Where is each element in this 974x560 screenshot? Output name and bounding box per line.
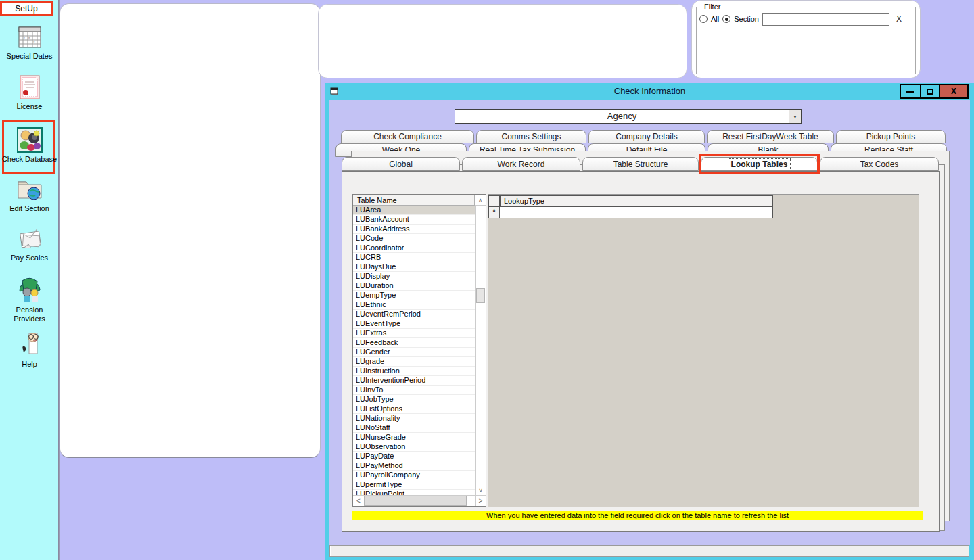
sidebar-item-license[interactable]: License	[0, 74, 59, 111]
list-item[interactable]: LUgrade	[353, 357, 475, 367]
list-item[interactable]: LUeventRemPeriod	[353, 310, 475, 319]
maximize-icon	[927, 89, 933, 95]
horizontal-scroll-thumb[interactable]	[364, 496, 467, 506]
list-item[interactable]: LUBankAddress	[353, 225, 475, 234]
sidebar-item-special-dates[interactable]: 789 Special Dates	[0, 24, 59, 61]
calendar-icon: 789	[0, 24, 59, 50]
list-item[interactable]: LUInterventionPeriod	[353, 376, 475, 386]
list-item[interactable]: LUBankAccount	[353, 215, 475, 225]
lookuptype-cell[interactable]	[500, 206, 773, 218]
list-item[interactable]: LUEventType	[353, 319, 475, 329]
sidebar-item-help[interactable]: Help	[0, 331, 59, 369]
list-item[interactable]: LUPayDate	[353, 452, 475, 461]
minimize-button[interactable]	[901, 85, 920, 97]
list-item[interactable]: LUInvTo	[353, 386, 475, 395]
scroll-up-icon[interactable]: ∧	[475, 195, 486, 206]
sidebar-item-label: Help	[0, 360, 59, 369]
list-item[interactable]: LUempType	[353, 291, 475, 300]
agency-dropdown-value: Agency	[455, 110, 789, 123]
list-item[interactable]: LUFeedback	[353, 338, 475, 348]
list-item[interactable]: LUExtras	[353, 329, 475, 338]
sidebar-setup-label[interactable]: SetUp	[0, 1, 53, 16]
lookup-tables-page: Table Name ∧ LUAreaLUBankAccountLUBankAd…	[342, 171, 940, 532]
list-item[interactable]: LUNurseGrade	[353, 433, 475, 442]
filter-clear-button[interactable]: X	[893, 13, 905, 26]
table-name-column-header[interactable]: Table Name	[353, 195, 475, 206]
sidebar-item-label: Pension Providers	[0, 306, 59, 323]
sidebar-item-pay-scales[interactable]: Pay Scales	[0, 227, 59, 262]
window-status-bar	[329, 545, 969, 557]
list-item[interactable]: LUListOptions	[353, 404, 475, 414]
scroll-down-icon[interactable]: ∨	[476, 485, 486, 495]
vertical-scrollbar[interactable]: ∨	[475, 206, 486, 495]
new-record-marker: *	[488, 206, 500, 218]
tab-table-structure[interactable]: Table Structure	[582, 157, 699, 171]
sidebar-item-label: Pay Scales	[0, 254, 59, 262]
sidebar-item-pension-providers[interactable]: Pension Providers	[0, 277, 59, 323]
grid-selector-header	[488, 195, 500, 206]
list-item[interactable]: LUCoordinator	[353, 243, 475, 253]
filter-all-radio[interactable]	[699, 15, 708, 23]
vertical-scroll-thumb[interactable]	[476, 288, 485, 303]
filter-all-label: All	[711, 15, 719, 23]
sidebar-item-check-database[interactable]: Check Database	[0, 127, 59, 164]
sidebar-item-label: Edit Section	[0, 204, 59, 213]
close-button[interactable]: X	[939, 85, 967, 97]
agency-dropdown[interactable]: Agency ▼	[455, 109, 802, 124]
list-item[interactable]: LUCRB	[353, 253, 475, 262]
lookuptype-column-header[interactable]: LookupType	[500, 195, 773, 206]
list-item[interactable]: LUGender	[353, 348, 475, 357]
window-title: Check Information	[325, 86, 974, 96]
table-name-list: Table Name ∧ LUAreaLUBankAccountLUBankAd…	[352, 194, 486, 507]
tab-row-1: Check ComplianceComms SettingsCompany De…	[341, 130, 946, 143]
list-item[interactable]: LUNoStaff	[353, 423, 475, 433]
sidebar-item-label: License	[0, 102, 59, 111]
sidebar-item-label: Check Database	[0, 155, 59, 164]
list-item[interactable]: LUpermitType	[353, 480, 475, 490]
scroll-right-icon[interactable]: >	[475, 496, 486, 506]
list-item[interactable]: LUObservation	[353, 442, 475, 452]
filter-groupbox-label: Filter	[702, 3, 722, 11]
scroll-grip-icon	[413, 498, 418, 504]
list-item[interactable]: LUPayrollCompany	[353, 471, 475, 480]
filter-panel: Filter All Section X	[691, 0, 921, 78]
table-name-rows: LUAreaLUBankAccountLUBankAddressLUCodeLU…	[353, 206, 475, 495]
list-item[interactable]: LUDaysDue	[353, 262, 475, 272]
filter-section-radio[interactable]	[722, 15, 730, 23]
sidebar-item-edit-section[interactable]: Edit Section	[0, 177, 59, 213]
tab-comms-settings[interactable]: Comms Settings	[476, 130, 586, 143]
chevron-down-icon[interactable]: ▼	[789, 110, 801, 123]
tab-tax-codes[interactable]: Tax Codes	[820, 157, 939, 171]
scroll-track[interactable]	[467, 496, 475, 506]
tab-work-record[interactable]: Work Record	[462, 157, 580, 171]
tab-lookup-tables[interactable]: Lookup Tables	[701, 157, 818, 171]
check-database-icon	[0, 127, 59, 153]
tab-company-details[interactable]: Company Details	[588, 130, 705, 143]
horizontal-scrollbar[interactable]: < >	[353, 495, 486, 506]
list-item[interactable]: LUInstruction	[353, 367, 475, 376]
list-item[interactable]: LUPayMethod	[353, 461, 475, 471]
list-item[interactable]: LUCode	[353, 234, 475, 243]
list-item[interactable]: LUNationality	[353, 414, 475, 423]
tab-global[interactable]: Global	[342, 157, 460, 171]
pension-icon	[0, 277, 59, 304]
filter-section-label: Section	[734, 15, 759, 23]
list-item[interactable]: LUEthnic	[353, 300, 475, 310]
list-item[interactable]: LUArea	[353, 206, 475, 215]
grid-new-row: *	[488, 206, 773, 218]
tab-reset-firstdayweek-table[interactable]: Reset FirstDayWeek Table	[707, 130, 834, 143]
scroll-grip-icon	[478, 293, 484, 298]
lookup-grid-area: LookupType *	[488, 194, 919, 507]
license-icon	[0, 74, 59, 100]
filter-groupbox: Filter All Section X	[696, 7, 916, 74]
list-item[interactable]: LUJobType	[353, 395, 475, 404]
list-item[interactable]: LUDisplay	[353, 272, 475, 281]
tab-check-compliance[interactable]: Check Compliance	[341, 130, 474, 143]
window-titlebar[interactable]: Check Information X	[325, 83, 974, 100]
maximize-button[interactable]	[920, 85, 939, 97]
filter-section-input[interactable]	[762, 13, 889, 26]
scroll-left-icon[interactable]: <	[353, 496, 364, 506]
tab-pickup-points[interactable]: Pickup Points	[836, 130, 946, 143]
list-item-partial[interactable]: LUPickupPoint	[353, 490, 475, 495]
list-item[interactable]: LUDuration	[353, 281, 475, 291]
